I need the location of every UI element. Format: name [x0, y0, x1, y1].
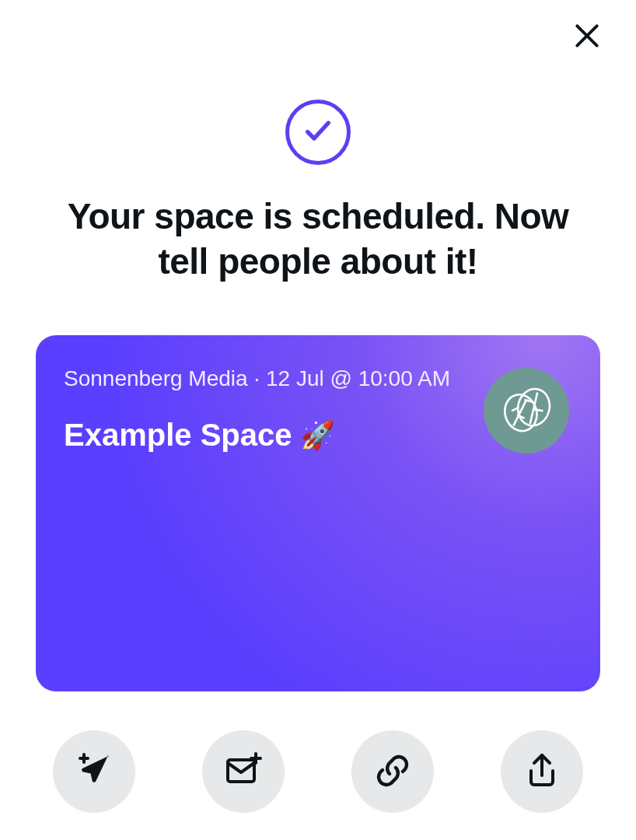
leaf-avatar-icon — [497, 380, 556, 442]
svg-line-8 — [534, 409, 543, 411]
compose-tweet-button[interactable] — [53, 730, 135, 813]
space-card[interactable]: Sonnenberg Media · 12 Jul @ 10:00 AM Exa… — [36, 335, 600, 691]
new-message-button[interactable] — [202, 730, 285, 813]
close-button[interactable] — [568, 17, 606, 56]
new-message-icon — [225, 752, 262, 792]
link-icon — [374, 752, 411, 792]
checkmark-icon — [302, 115, 334, 149]
success-check-circle — [285, 100, 351, 165]
share-icon — [523, 752, 561, 792]
space-title: Example Space — [64, 418, 292, 453]
share-button[interactable] — [501, 730, 583, 813]
compose-tweet-icon — [75, 752, 113, 792]
space-host: Sonnenberg Media — [64, 366, 248, 390]
rocket-emoji: 🚀 — [300, 419, 335, 452]
confirmation-headline: Your space is scheduled. Now tell people… — [0, 194, 636, 284]
space-separator: · — [248, 366, 266, 390]
action-row — [0, 730, 636, 813]
space-datetime: 12 Jul @ 10:00 AM — [266, 366, 450, 390]
host-avatar — [484, 368, 569, 453]
copy-link-button[interactable] — [351, 730, 434, 813]
close-icon — [572, 21, 602, 53]
